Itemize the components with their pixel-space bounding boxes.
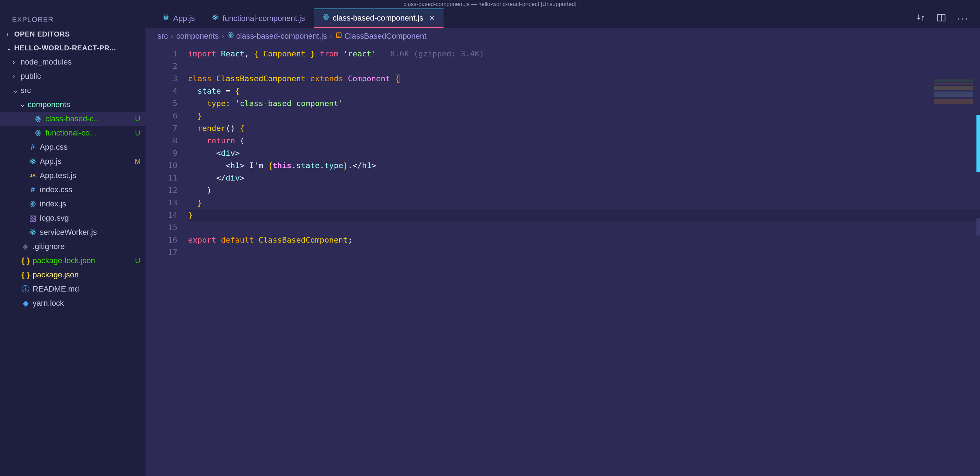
code-line[interactable]: import React, { Component } from 'react'… bbox=[188, 48, 980, 60]
git-status-badge: M bbox=[134, 157, 142, 166]
line-number: 1 bbox=[145, 48, 177, 60]
breadcrumb-item[interactable]: src bbox=[158, 32, 168, 41]
close-icon[interactable]: ✕ bbox=[429, 14, 435, 22]
react-icon bbox=[28, 200, 38, 208]
breadcrumb[interactable]: src›components›class-based-component.js›… bbox=[145, 28, 980, 44]
file-item[interactable]: ◈.gitignore bbox=[0, 240, 145, 254]
line-number: 7 bbox=[145, 122, 177, 135]
project-section[interactable]: ⌄ HELLO-WORLD-REACT-PR... bbox=[0, 41, 145, 55]
file-item[interactable]: ◆yarn.lock bbox=[0, 296, 145, 310]
tree-item-label: package.json bbox=[33, 270, 134, 279]
file-item[interactable]: App.jsM bbox=[0, 154, 145, 168]
svg-point-4 bbox=[38, 132, 39, 133]
more-actions-icon[interactable]: ··· bbox=[957, 13, 969, 24]
code-line[interactable] bbox=[188, 246, 980, 259]
tree-item-label: .gitignore bbox=[33, 242, 134, 251]
file-item[interactable]: { }package-lock.jsonU bbox=[0, 254, 145, 268]
compare-icon[interactable] bbox=[916, 13, 926, 24]
explorer-sidebar: EXPLORER › OPEN EDITORS ⌄ HELLO-WORLD-RE… bbox=[0, 8, 145, 476]
breadcrumb-item[interactable]: components bbox=[177, 32, 219, 41]
window-title: class-based-component.js — hello-world-r… bbox=[0, 0, 980, 8]
minimap[interactable] bbox=[934, 79, 973, 104]
line-number: 17 bbox=[145, 246, 177, 259]
tree-item-label: index.js bbox=[40, 199, 134, 209]
open-editors-section[interactable]: › OPEN EDITORS bbox=[0, 27, 145, 41]
svg-point-28 bbox=[325, 16, 326, 17]
file-item[interactable]: #App.css bbox=[0, 140, 145, 154]
breadcrumb-separator: › bbox=[329, 32, 332, 41]
folder-item[interactable]: ⌄components bbox=[0, 98, 145, 112]
code-line[interactable]: export default ClassBasedComponent; bbox=[188, 234, 980, 246]
editor-tab[interactable]: class-based-component.js✕ bbox=[313, 8, 444, 28]
code-line[interactable]: } bbox=[188, 197, 980, 209]
split-editor-icon[interactable] bbox=[936, 13, 946, 24]
file-item[interactable]: serviceWorker.js bbox=[0, 225, 145, 240]
folder-item[interactable]: ›node_modules bbox=[0, 55, 145, 69]
tree-item-label: yarn.lock bbox=[33, 299, 134, 308]
file-item[interactable]: index.js bbox=[0, 197, 145, 211]
git-icon: ◈ bbox=[21, 242, 30, 251]
git-status-badge: U bbox=[134, 115, 142, 123]
editor-tab[interactable]: functional-component.js bbox=[203, 8, 313, 28]
json-icon: { } bbox=[21, 270, 30, 279]
tab-label: App.js bbox=[173, 14, 195, 23]
folder-item[interactable]: ⌄src bbox=[0, 83, 145, 98]
code-line[interactable] bbox=[188, 60, 980, 72]
editor-tab[interactable]: App.js bbox=[154, 8, 203, 28]
svg-point-8 bbox=[32, 161, 33, 162]
code-line[interactable]: type: 'class-based component' bbox=[188, 97, 980, 109]
svg-point-34 bbox=[230, 34, 231, 35]
overview-ruler-marker bbox=[977, 218, 980, 235]
react-icon bbox=[227, 32, 234, 41]
chevron-down-icon: ⌄ bbox=[13, 87, 21, 94]
code-line[interactable]: <h1> I'm {this.state.type}.</h1> bbox=[188, 159, 980, 172]
file-item[interactable]: #index.css bbox=[0, 182, 145, 197]
md-icon: ⓘ bbox=[21, 284, 30, 294]
file-item[interactable]: { }package.json bbox=[0, 268, 145, 282]
code-line[interactable]: </div> bbox=[188, 172, 980, 184]
code-line[interactable]: render() { bbox=[188, 122, 980, 135]
css-icon: # bbox=[28, 143, 38, 152]
react-icon bbox=[322, 13, 329, 23]
tree-item-label: App.test.js bbox=[40, 171, 134, 180]
code-line[interactable]: class ClassBasedComponent extends Compon… bbox=[188, 72, 980, 85]
line-number: 10 bbox=[145, 159, 177, 172]
tree-item-label: logo.svg bbox=[40, 214, 134, 223]
code-line[interactable] bbox=[188, 221, 980, 234]
line-number: 12 bbox=[145, 184, 177, 197]
chevron-right-icon: › bbox=[6, 30, 14, 38]
file-item[interactable]: ▧logo.svg bbox=[0, 211, 145, 225]
editor-area: App.jsfunctional-component.jsclass-based… bbox=[145, 8, 980, 476]
tree-item-label: index.css bbox=[40, 185, 134, 194]
code-line[interactable]: } bbox=[188, 209, 980, 221]
tab-label: functional-component.js bbox=[223, 14, 305, 23]
breadcrumb-item[interactable]: class-based-component.js bbox=[227, 32, 327, 41]
tree-item-label: package-lock.json bbox=[33, 256, 134, 265]
code-line[interactable]: } bbox=[188, 109, 980, 122]
symbol-icon bbox=[335, 32, 342, 41]
react-icon bbox=[162, 14, 170, 23]
svg-icon: ▧ bbox=[28, 214, 38, 223]
code-line[interactable]: ) bbox=[188, 184, 980, 197]
code-line[interactable]: <div> bbox=[188, 147, 980, 159]
react-icon bbox=[212, 14, 219, 23]
tree-item-label: README.md bbox=[33, 284, 134, 294]
json-icon: { } bbox=[21, 256, 30, 265]
git-status-badge: U bbox=[134, 129, 142, 137]
file-item[interactable]: JSApp.test.js bbox=[0, 168, 145, 182]
code-line[interactable]: return ( bbox=[188, 135, 980, 147]
code-editor[interactable]: import React, { Component } from 'react'… bbox=[185, 44, 980, 476]
code-line[interactable]: state = { bbox=[188, 85, 980, 97]
git-status-badge: U bbox=[134, 257, 142, 265]
file-item[interactable]: functional-co...U bbox=[0, 126, 145, 140]
file-item[interactable]: ⓘREADME.md bbox=[0, 282, 145, 296]
line-number: 14 bbox=[145, 209, 177, 221]
react-icon bbox=[28, 158, 38, 165]
svg-point-24 bbox=[215, 17, 216, 18]
file-item[interactable]: class-based-c...U bbox=[0, 112, 145, 126]
chevron-right-icon: › bbox=[13, 59, 21, 66]
svg-point-16 bbox=[32, 232, 33, 233]
folder-item[interactable]: ›public bbox=[0, 69, 145, 83]
line-number: 13 bbox=[145, 197, 177, 209]
breadcrumb-item[interactable]: ClassBasedComponent bbox=[335, 32, 426, 41]
